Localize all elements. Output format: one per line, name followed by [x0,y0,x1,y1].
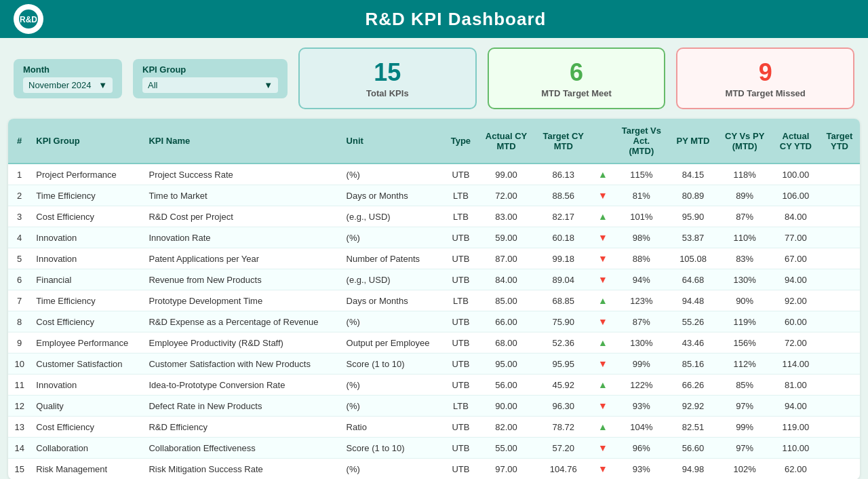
kpi-group-filter-select[interactable]: All ▼ [142,77,278,93]
cell-kpi-group: Customer Satisfaction [31,353,143,375]
cell-kpi-name: Customer Satisfaction with New Products [143,353,340,375]
cell-actual-cy-ytd: 60.00 [772,311,819,332]
cell-unit: (%) [341,164,444,185]
col-target-cy-mtd: Target CYMTD [535,119,592,164]
cell-type: UTB [444,248,478,269]
arrow-down-icon: ▼ [598,253,608,264]
cell-actual-cy-mtd: 97.00 [477,459,535,480]
cell-actual-cy-mtd: 83.00 [477,206,535,227]
cell-py-mtd: 56.60 [669,438,717,459]
cell-py-mtd: 95.90 [669,206,717,227]
cell-cy-vs-py: 83% [717,248,772,269]
table-row: 5 Innovation Patent Applications per Yea… [8,248,860,269]
cell-kpi-name: Patent Applications per Year [143,248,340,269]
month-filter-select[interactable]: November 2024 ▼ [23,77,113,93]
cell-type: UTB [444,353,478,375]
cell-unit: (%) [341,396,444,417]
arrow-down-icon: ▼ [598,358,608,369]
cell-target-cy-mtd: 86.13 [535,164,592,185]
svg-text:R&D: R&D [20,15,37,24]
cell-target-ytd [819,185,860,206]
cell-unit: (%) [341,375,444,396]
cell-arrow: ▼ [592,311,614,332]
month-filter-value: November 2024 [28,80,92,90]
kpi-table-wrapper: # KPI Group KPI Name Unit Type Actual CY… [8,119,860,479]
cell-actual-cy-mtd: 85.00 [477,290,535,311]
mtd-missed-card: 9 MTD Target Missed [676,47,854,109]
cell-target-vs-act: 96% [614,438,669,459]
cell-target-cy-mtd: 57.20 [535,438,592,459]
cell-target-cy-mtd: 99.18 [535,248,592,269]
cell-kpi-group: Quality [31,396,143,417]
col-py-mtd: PY MTD [669,119,717,164]
cell-type: UTB [444,269,478,290]
cell-unit: Days or Months [341,185,444,206]
total-kpis-label: Total KPIs [366,88,409,98]
cell-target-cy-mtd: 95.95 [535,353,592,375]
table-row: 14 Collaboration Collaboration Effective… [8,438,860,459]
month-filter-label: Month [23,64,113,75]
cell-type: LTB [444,206,478,227]
cell-cy-vs-py: 89% [717,185,772,206]
cell-py-mtd: 94.98 [669,459,717,480]
cell-py-mtd: 66.26 [669,375,717,396]
cell-kpi-group: Innovation [31,248,143,269]
cell-target-vs-act: 87% [614,311,669,332]
cell-actual-cy-ytd: 81.00 [772,375,819,396]
cell-target-ytd [819,332,860,353]
app-logo: R&D [14,4,43,34]
cell-target-vs-act: 94% [614,269,669,290]
cell-cy-vs-py: 156% [717,332,772,353]
table-row: 6 Financial Revenue from New Products (e… [8,269,860,290]
cell-target-cy-mtd: 89.04 [535,269,592,290]
cell-py-mtd: 80.89 [669,185,717,206]
cell-num: 5 [8,248,31,269]
cell-kpi-group: Project Performance [31,164,143,185]
cell-py-mtd: 84.15 [669,164,717,185]
cell-target-ytd [819,206,860,227]
col-cy-vs-py: CY Vs PY(MTD) [717,119,772,164]
cell-target-cy-mtd: 52.36 [535,332,592,353]
cell-target-ytd [819,438,860,459]
arrow-down-icon: ▼ [598,190,608,201]
cell-target-ytd [819,311,860,332]
cell-arrow: ▲ [592,375,614,396]
cell-actual-cy-mtd: 84.00 [477,269,535,290]
total-kpis-number: 15 [374,58,401,87]
cell-actual-cy-mtd: 68.00 [477,332,535,353]
cell-actual-cy-ytd: 77.00 [772,227,819,248]
cell-type: UTB [444,227,478,248]
cell-cy-vs-py: 90% [717,290,772,311]
arrow-down-icon: ▼ [598,442,608,453]
cell-kpi-group: Cost Efficiency [31,206,143,227]
cell-target-cy-mtd: 68.85 [535,290,592,311]
cell-cy-vs-py: 97% [717,438,772,459]
cell-arrow: ▼ [592,269,614,290]
cell-num: 11 [8,375,31,396]
cell-type: UTB [444,417,478,438]
cell-type: LTB [444,185,478,206]
cell-unit: (e.g., USD) [341,269,444,290]
cell-kpi-group: Employee Performance [31,332,143,353]
table-row: 10 Customer Satisfaction Customer Satisf… [8,353,860,375]
cell-type: UTB [444,459,478,480]
page-title: R&D KPI Dashboard [57,9,854,30]
cell-kpi-name: Idea-to-Prototype Conversion Rate [143,375,340,396]
cell-cy-vs-py: 110% [717,227,772,248]
cell-target-ytd [819,459,860,480]
cell-cy-vs-py: 102% [717,459,772,480]
cell-target-cy-mtd: 45.92 [535,375,592,396]
month-chevron-icon: ▼ [98,80,107,90]
cell-actual-cy-ytd: 62.00 [772,459,819,480]
cell-unit: Score (1 to 10) [341,438,444,459]
cell-kpi-name: Project Success Rate [143,164,340,185]
cell-py-mtd: 105.08 [669,248,717,269]
kpi-group-filter-label: KPI Group [142,64,278,75]
mtd-meet-label: MTD Target Meet [541,88,612,98]
cell-type: LTB [444,290,478,311]
cell-target-cy-mtd: 104.76 [535,459,592,480]
mtd-missed-number: 9 [759,58,772,87]
cell-actual-cy-mtd: 59.00 [477,227,535,248]
arrow-up-icon: ▲ [598,169,608,180]
cell-kpi-name: Revenue from New Products [143,269,340,290]
